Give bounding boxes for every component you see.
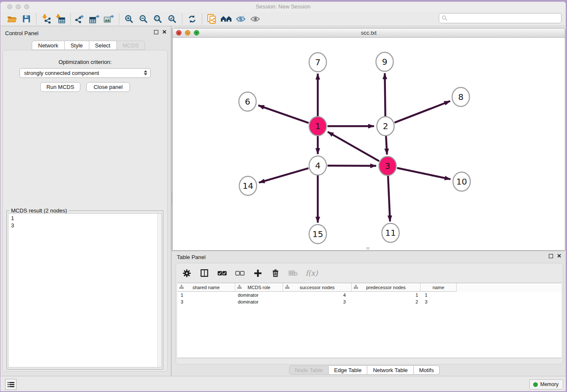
graph-node-7[interactable]: 7 <box>309 53 327 72</box>
graph-edge-4-14[interactable] <box>259 168 308 182</box>
status-bar: Memory <box>0 376 566 391</box>
export-table-icon[interactable] <box>88 13 102 25</box>
tab-select[interactable]: Select <box>89 41 117 50</box>
tab-mcds[interactable]: MCDS <box>117 41 145 50</box>
add-column-icon[interactable] <box>252 267 263 279</box>
search-input[interactable] <box>448 14 561 22</box>
zoom-selected-icon[interactable] <box>165 13 179 25</box>
graph-edge-4-3[interactable] <box>328 166 376 166</box>
hide-selected-eye-icon[interactable] <box>234 13 248 25</box>
show-all-eye-icon[interactable] <box>248 13 262 25</box>
float-table-panel-icon[interactable] <box>549 254 553 258</box>
toolbar-separator <box>182 14 182 25</box>
column-type-icon <box>354 285 358 289</box>
graph-edge-2-3[interactable] <box>386 136 387 155</box>
import-network-icon[interactable] <box>39 13 53 25</box>
svg-text:8: 8 <box>458 92 464 102</box>
tab-network[interactable]: Network <box>32 41 65 50</box>
search-icon <box>443 16 446 19</box>
split-columns-icon[interactable] <box>199 267 210 279</box>
memory-label: Memory <box>540 381 559 387</box>
mcds-panel: Optimization criterion: strongly connect… <box>3 50 168 372</box>
export-network-icon[interactable] <box>73 13 88 25</box>
delete-table-icon[interactable] <box>288 267 299 279</box>
graph-edge-2-9[interactable] <box>385 73 385 116</box>
toolbar-separator <box>70 14 71 25</box>
unselect-all-icon[interactable] <box>234 267 245 279</box>
home-layout-icon[interactable] <box>219 13 234 25</box>
graph-node-4[interactable]: 4 <box>309 156 327 175</box>
zoom-fit-icon[interactable] <box>151 13 165 25</box>
column-header-successor-nodes[interactable]: successor nodes <box>283 283 352 292</box>
export-image-icon[interactable] <box>102 13 116 25</box>
graph-node-10[interactable]: 10 <box>453 172 471 191</box>
select-all-icon[interactable] <box>217 267 228 279</box>
task-history-button[interactable] <box>5 379 17 390</box>
column-header-name[interactable]: name <box>421 283 457 292</box>
result-line: 3 <box>11 222 161 229</box>
graph-edge-3-11[interactable] <box>388 176 390 221</box>
graph-node-1[interactable]: 1 <box>309 117 327 136</box>
duplicate-network-icon[interactable] <box>205 13 219 25</box>
graph-node-2[interactable]: 2 <box>377 117 394 136</box>
graph-node-3[interactable]: 3 <box>379 157 396 176</box>
search-box[interactable] <box>439 13 561 23</box>
delete-column-trash-icon[interactable] <box>270 267 281 279</box>
tab-node-table[interactable]: Node Table <box>289 365 329 375</box>
mcds-result-title: MCDS result (2 nodes) <box>9 207 69 214</box>
svg-text:3: 3 <box>385 161 391 171</box>
tab-motifs[interactable]: Motifs <box>414 365 440 375</box>
mcds-result-textarea[interactable]: 1 3 <box>8 213 162 367</box>
chevron-updown-icon <box>144 70 147 75</box>
network-canvas-svg: 1234678910111415 <box>173 38 565 250</box>
graph-node-6[interactable]: 6 <box>239 92 256 111</box>
save-icon[interactable] <box>19 13 33 25</box>
network-canvas[interactable]: 1234678910111415 <box>173 38 565 250</box>
table-panel-header: Table Panel ✕ <box>172 251 566 262</box>
graph-node-15[interactable]: 15 <box>309 225 327 244</box>
column-header-predecessor-nodes[interactable]: predecessor nodes <box>352 283 421 292</box>
network-window-titlebar[interactable]: x − + scc.txt <box>173 28 565 38</box>
graph-edge-2-8[interactable] <box>394 101 450 123</box>
graph-edge-1-6[interactable] <box>258 105 308 123</box>
close-panel-icon[interactable]: ✕ <box>162 30 167 34</box>
close-panel-button[interactable]: Close panel <box>86 82 130 92</box>
zoom-out-icon[interactable] <box>136 13 151 25</box>
import-table-icon[interactable] <box>53 13 68 25</box>
table-panel: Table Panel ✕ <box>172 251 566 376</box>
apply-function-icon[interactable]: f(x) <box>306 269 318 277</box>
graph-edge-3-1[interactable] <box>328 132 379 161</box>
graph-edge-3-10[interactable] <box>397 168 451 179</box>
tab-network-table[interactable]: Network Table <box>367 365 413 375</box>
result-scrollbar[interactable] <box>157 214 161 367</box>
table-settings-gear-icon[interactable] <box>181 267 192 279</box>
zoom-in-icon[interactable] <box>122 13 136 25</box>
close-table-panel-icon[interactable]: ✕ <box>557 254 561 258</box>
network-window: x − + scc.txt 1234678910111415 <box>172 28 565 251</box>
window-title: Session: New Session <box>0 3 566 10</box>
control-panel-title: Control Panel <box>5 30 39 36</box>
column-type-icon <box>237 285 242 289</box>
table-panel-body: f(x) shared name MCDS role successor nod… <box>176 263 563 364</box>
memory-button[interactable]: Memory <box>529 379 563 389</box>
graph-node-9[interactable]: 9 <box>376 52 394 72</box>
svg-text:14: 14 <box>242 181 253 191</box>
optimization-criterion-select[interactable]: strongly connected component <box>19 68 151 78</box>
memory-status-dot-icon <box>533 382 538 387</box>
network-resize-grip[interactable] <box>366 247 369 249</box>
tab-edge-table[interactable]: Edge Table <box>329 365 368 375</box>
float-panel-icon[interactable] <box>154 30 158 34</box>
open-folder-icon[interactable] <box>5 13 19 25</box>
main-toolbar <box>0 12 566 26</box>
table-row[interactable]: 3 dominator 3 2 3 <box>177 298 561 305</box>
table-row[interactable]: 1 dominator 4 1 1 <box>177 292 561 298</box>
run-mcds-button[interactable]: Run MCDS <box>40 82 80 92</box>
graph-node-8[interactable]: 8 <box>452 88 470 107</box>
graph-node-14[interactable]: 14 <box>239 177 257 196</box>
column-header-mcds-role[interactable]: MCDS role <box>235 283 283 292</box>
svg-text:7: 7 <box>315 57 321 67</box>
column-header-shared-name[interactable]: shared name <box>177 283 235 292</box>
refresh-icon[interactable] <box>185 13 199 25</box>
graph-node-11[interactable]: 11 <box>382 224 399 243</box>
tab-style[interactable]: Style <box>65 41 89 50</box>
